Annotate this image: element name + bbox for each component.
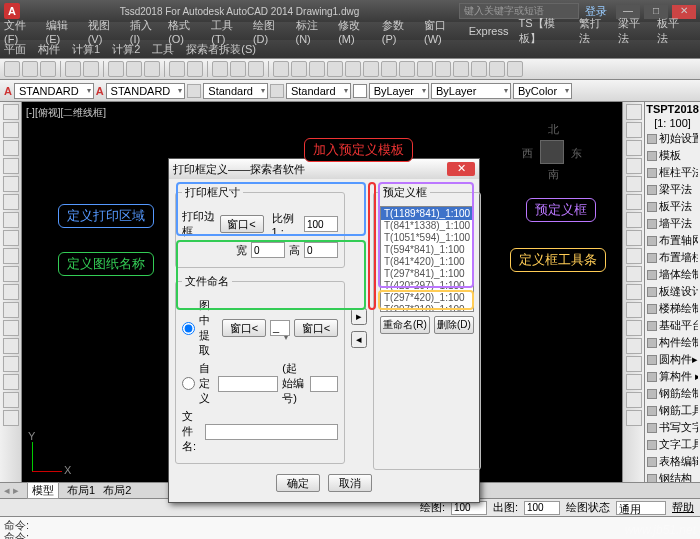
width-input[interactable] — [251, 242, 285, 258]
tool-icon[interactable] — [381, 61, 397, 77]
mirror-icon[interactable] — [626, 140, 642, 156]
chamfer-icon[interactable] — [626, 338, 642, 354]
arc-icon[interactable] — [3, 158, 19, 174]
panel-item[interactable]: 圆构件▸ — [645, 351, 700, 368]
tool-icon[interactable] — [453, 61, 469, 77]
pan-icon[interactable] — [212, 61, 228, 77]
offset-icon[interactable] — [626, 158, 642, 174]
tool-icon[interactable] — [507, 61, 523, 77]
panel-item[interactable]: 墙平法 — [645, 215, 700, 232]
dim-style-dropdown[interactable]: STANDARD — [106, 83, 186, 99]
pick-window-button[interactable]: 窗口< — [220, 215, 264, 233]
dialog-titlebar[interactable]: 打印框定义——探索者软件 ✕ — [169, 159, 479, 179]
panel-item[interactable]: 书写文字 — [645, 419, 700, 436]
menu-item[interactable]: 插入(I) — [130, 18, 158, 45]
tool-icon[interactable] — [363, 61, 379, 77]
layout-tab[interactable]: 布局2 — [103, 483, 131, 498]
dim-icon[interactable]: A — [96, 85, 104, 97]
viewport-label[interactable]: [-][俯视][二维线框] — [26, 106, 106, 120]
menu-item[interactable]: 标注(N) — [296, 18, 329, 45]
menu-item[interactable]: 窗口(W) — [424, 18, 459, 45]
tool-icon[interactable] — [291, 61, 307, 77]
redo-icon[interactable] — [187, 61, 203, 77]
panel-item[interactable]: 构件绘制 — [645, 334, 700, 351]
move-icon[interactable] — [626, 194, 642, 210]
height-input[interactable] — [304, 242, 338, 258]
window3-button[interactable]: 窗口< — [294, 319, 338, 337]
style-icon[interactable] — [187, 84, 201, 98]
module-tab[interactable]: 构件 — [38, 42, 60, 57]
hatch-icon[interactable] — [3, 212, 19, 228]
panel-item[interactable]: 板缝设计 — [645, 283, 700, 300]
print-icon[interactable] — [65, 61, 81, 77]
extract-radio[interactable] — [182, 322, 195, 335]
panel-item[interactable]: 模板 — [645, 147, 700, 164]
paste-icon[interactable] — [144, 61, 160, 77]
style-icon[interactable] — [270, 84, 284, 98]
list-item[interactable]: T(297*841)_1:100 — [381, 268, 473, 280]
panel-item[interactable]: 梁平法 — [645, 181, 700, 198]
linetype-dropdown[interactable]: ByLayer — [369, 83, 429, 99]
tool-icon[interactable] — [626, 410, 642, 426]
tool-icon[interactable] — [327, 61, 343, 77]
tool-icon[interactable] — [417, 61, 433, 77]
save-icon[interactable] — [40, 61, 56, 77]
menu-item[interactable]: 文件(F) — [4, 18, 36, 45]
menu-item[interactable]: 繁打法 — [579, 16, 608, 46]
panel-item[interactable]: 楼梯绘制 — [645, 300, 700, 317]
custom-radio[interactable] — [182, 377, 195, 390]
zoom-icon[interactable] — [230, 61, 246, 77]
menu-item[interactable]: 板平法 — [657, 16, 686, 46]
list-item[interactable]: T(297*420)_1:100 — [381, 292, 473, 304]
panel-item[interactable]: 钢结构 — [645, 470, 700, 482]
delete-button[interactable]: 删除(D) — [434, 316, 474, 334]
color-dropdown[interactable]: ByColor — [513, 83, 572, 99]
module-tab[interactable]: 计算2 — [112, 42, 140, 57]
text-icon[interactable] — [3, 230, 19, 246]
list-item[interactable]: T(1051*594)_1:100 — [381, 232, 473, 244]
tool-icon[interactable] — [399, 61, 415, 77]
cut-icon[interactable] — [108, 61, 124, 77]
list-item[interactable]: T(297*210)_1:100 — [381, 304, 473, 312]
lineweight-dropdown[interactable]: ByLayer — [431, 83, 511, 99]
tool-icon[interactable] — [471, 61, 487, 77]
tool-icon[interactable] — [3, 392, 19, 408]
command-line[interactable]: 命令: 命令: 命令: BDP 命令: BDP — [0, 516, 700, 539]
cancel-button[interactable]: 取消 — [328, 474, 372, 492]
block-icon[interactable] — [3, 266, 19, 282]
standard2-dropdown[interactable]: Standard — [286, 83, 351, 99]
panel-item[interactable]: 布置轴网 — [645, 232, 700, 249]
rotate-icon[interactable] — [626, 212, 642, 228]
break-icon[interactable] — [626, 302, 642, 318]
remove-preset-button[interactable]: ◂ — [351, 331, 367, 348]
sep-dropdown[interactable]: _ — [270, 320, 290, 336]
ellipse-icon[interactable] — [3, 194, 19, 210]
join-icon[interactable] — [626, 320, 642, 336]
view-cube[interactable]: 北 南 东 西 — [522, 122, 582, 182]
list-item[interactable]: T(841*420)_1:100 — [381, 256, 473, 268]
tool-icon[interactable] — [273, 61, 289, 77]
undo-icon[interactable] — [169, 61, 185, 77]
tool-icon[interactable] — [3, 356, 19, 372]
tool-icon[interactable] — [3, 374, 19, 390]
tool-icon[interactable] — [489, 61, 505, 77]
menu-item[interactable]: 绘图(D) — [253, 18, 286, 45]
standard-dropdown[interactable]: Standard — [203, 83, 268, 99]
explode-icon[interactable] — [626, 374, 642, 390]
preview-icon[interactable] — [83, 61, 99, 77]
extend-icon[interactable] — [626, 284, 642, 300]
tool-icon[interactable] — [3, 410, 19, 426]
panel-item[interactable]: 板平法 — [645, 198, 700, 215]
ratio-input[interactable] — [304, 216, 338, 232]
menu-item[interactable]: 格式(O) — [168, 18, 201, 45]
draw-state-dropdown[interactable]: 通用 — [616, 501, 666, 515]
tool-icon[interactable] — [435, 61, 451, 77]
copy-icon[interactable] — [626, 122, 642, 138]
menu-item[interactable]: 视图(V) — [88, 18, 120, 45]
text-style-dropdown[interactable]: STANDARD — [14, 83, 94, 99]
layout-tab-model[interactable]: 模型 — [27, 482, 59, 499]
new-icon[interactable] — [4, 61, 20, 77]
annotate-icon[interactable]: A — [4, 85, 12, 97]
open-icon[interactable] — [22, 61, 38, 77]
panel-item[interactable]: 文字工具 — [645, 436, 700, 453]
